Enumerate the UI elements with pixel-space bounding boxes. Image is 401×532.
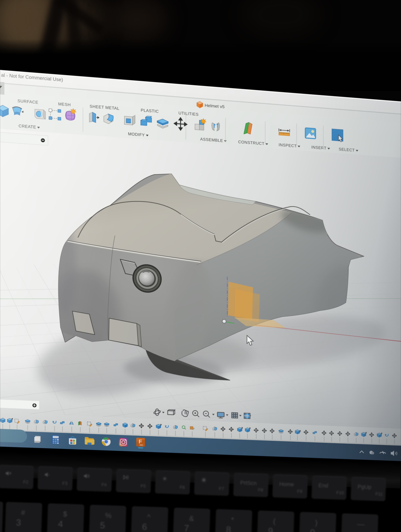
svg-text:F: F xyxy=(139,438,142,445)
